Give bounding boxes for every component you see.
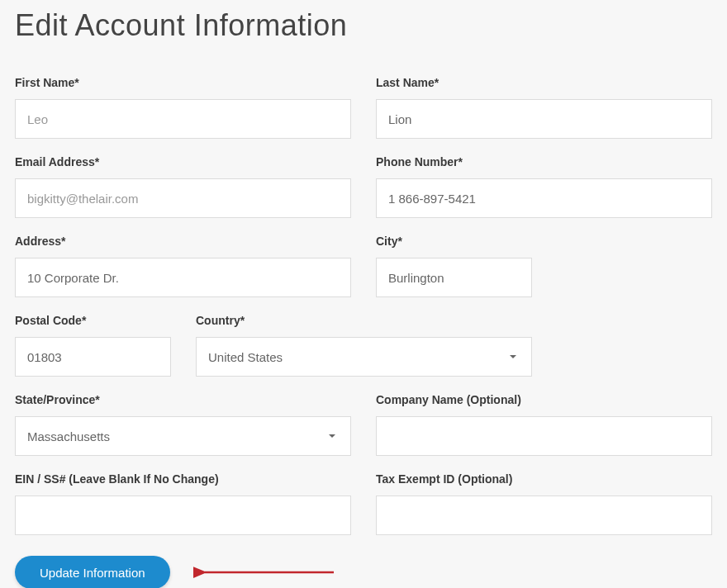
- email-input[interactable]: [15, 178, 351, 218]
- arrow-annotation: [193, 563, 338, 581]
- state-select[interactable]: Massachusetts: [15, 416, 351, 456]
- ein-ss-group: EIN / SS# (Leave Blank If No Change): [15, 472, 351, 535]
- postal-code-group: Postal Code*: [15, 314, 171, 377]
- caret-down-icon: [510, 355, 516, 358]
- email-label: Email Address*: [15, 155, 351, 168]
- address-group: Address*: [15, 235, 351, 297]
- button-row: Update Information: [15, 556, 712, 588]
- company-name-group: Company Name (Optional): [376, 393, 712, 456]
- country-label: Country*: [196, 314, 532, 327]
- tax-exempt-group: Tax Exempt ID (Optional): [376, 472, 712, 535]
- last-name-label: Last Name*: [376, 76, 712, 89]
- phone-group: Phone Number*: [376, 155, 712, 218]
- first-name-group: First Name*: [15, 76, 351, 139]
- company-name-input[interactable]: [376, 416, 712, 456]
- address-input[interactable]: [15, 258, 351, 297]
- address-label: Address*: [15, 235, 351, 248]
- first-name-label: First Name*: [15, 76, 351, 89]
- state-label: State/Province*: [15, 393, 351, 406]
- postal-code-label: Postal Code*: [15, 314, 171, 327]
- company-name-label: Company Name (Optional): [376, 393, 712, 406]
- phone-input[interactable]: [376, 178, 712, 218]
- city-label: City*: [376, 235, 532, 248]
- last-name-input[interactable]: [376, 99, 712, 139]
- caret-down-icon: [329, 434, 335, 438]
- ein-ss-input[interactable]: [15, 496, 351, 535]
- state-group: State/Province* Massachusetts: [15, 393, 351, 456]
- update-information-button[interactable]: Update Information: [15, 556, 170, 588]
- country-select[interactable]: United States: [196, 337, 532, 377]
- last-name-group: Last Name*: [376, 76, 712, 139]
- state-value: Massachusetts: [27, 429, 329, 443]
- country-value: United States: [208, 350, 510, 364]
- tax-exempt-label: Tax Exempt ID (Optional): [376, 472, 712, 486]
- ein-ss-label: EIN / SS# (Leave Blank If No Change): [15, 472, 351, 486]
- tax-exempt-input[interactable]: [376, 496, 712, 535]
- city-group: City*: [376, 235, 532, 297]
- postal-code-input[interactable]: [15, 337, 171, 377]
- phone-label: Phone Number*: [376, 155, 712, 168]
- first-name-input[interactable]: [15, 99, 351, 139]
- account-form: First Name* Last Name* Email Address* Ph…: [15, 76, 712, 588]
- page-title: Edit Account Information: [15, 8, 712, 43]
- city-input[interactable]: [376, 258, 532, 297]
- country-group: Country* United States: [196, 314, 532, 377]
- email-group: Email Address*: [15, 155, 351, 218]
